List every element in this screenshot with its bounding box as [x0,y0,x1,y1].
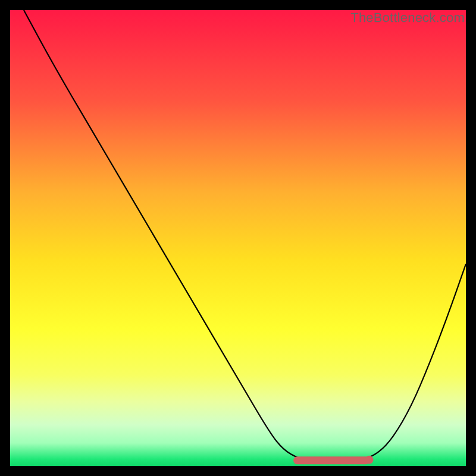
plot-area: TheBottleneck.com [10,10,466,466]
chart-frame: TheBottleneck.com [0,0,476,476]
svg-point-1 [365,456,373,464]
chart-svg [10,10,466,466]
flat-segment-marker [298,456,374,464]
gradient-background [10,10,466,466]
watermark-text: TheBottleneck.com [350,10,465,26]
